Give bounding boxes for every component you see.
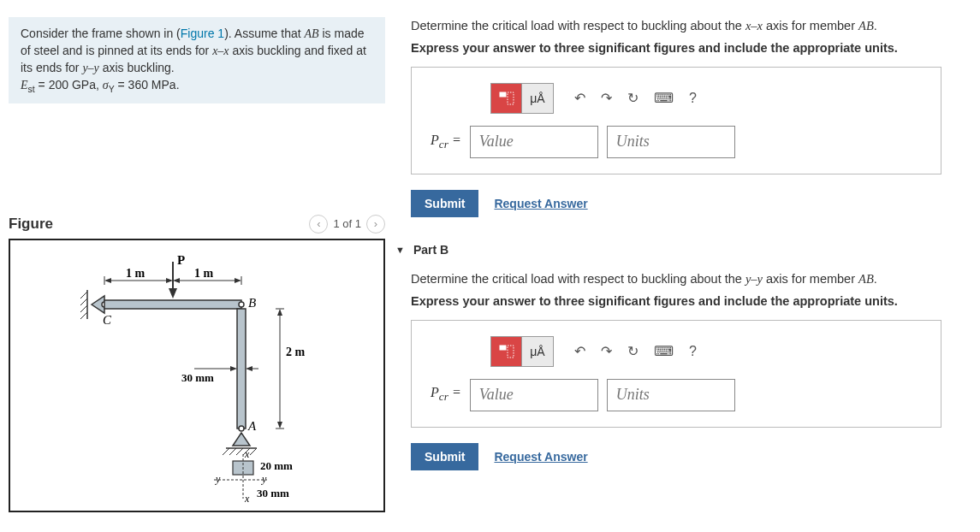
reset-icon[interactable]: ↻: [627, 90, 638, 106]
svg-text:30 mm: 30 mm: [257, 487, 289, 499]
units-tool-button[interactable]: μÅ: [522, 84, 553, 113]
text: ). Assume that: [224, 27, 304, 40]
part-a-answer-box: μÅ ↶ ↷ ↻ ⌨ ? Pcr =: [411, 67, 941, 174]
svg-rect-45: [500, 346, 506, 350]
svg-line-11: [223, 448, 229, 455]
help-icon[interactable]: ?: [689, 344, 697, 359]
problem-statement: Consider the frame shown in (Figure 1). …: [9, 17, 385, 103]
template-tool-button[interactable]: [491, 84, 522, 113]
part-b-question: Determine the critical load with respect…: [411, 270, 971, 289]
e-label: E: [21, 79, 28, 92]
svg-rect-44: [508, 92, 514, 104]
pager-text: 1 of 1: [333, 217, 361, 230]
part-b-block: Determine the critical load with respect…: [411, 270, 971, 470]
var-yy: y–y: [82, 62, 98, 74]
text: axis buckling.: [99, 61, 175, 74]
svg-line-3: [80, 305, 87, 312]
keyboard-icon[interactable]: ⌨: [654, 343, 674, 359]
template-tool-button[interactable]: [491, 337, 522, 366]
units-input[interactable]: [607, 379, 735, 411]
label-P: P: [177, 253, 185, 267]
part-b-answer-box: μÅ ↶ ↷ ↻ ⌨ ? Pcr =: [411, 320, 941, 428]
part-a-toolbar: μÅ ↶ ↷ ↻ ⌨ ?: [490, 83, 922, 114]
var-xx: x–x: [212, 44, 229, 57]
sigma-label: σ: [103, 79, 109, 92]
figure-title: Figure: [9, 216, 53, 233]
value-input[interactable]: [470, 379, 598, 411]
svg-rect-43: [500, 92, 506, 97]
text: Consider the frame shown in (: [21, 27, 181, 40]
svg-text:30 mm: 30 mm: [181, 371, 214, 384]
svg-text:x: x: [244, 448, 250, 460]
keyboard-icon[interactable]: ⌨: [654, 90, 674, 106]
submit-button[interactable]: Submit: [411, 190, 478, 217]
svg-text:C: C: [103, 313, 112, 327]
value-input[interactable]: [470, 126, 598, 158]
svg-line-2: [80, 299, 87, 305]
submit-button[interactable]: Submit: [411, 443, 478, 470]
part-b-title: Part B: [413, 243, 448, 257]
e-sub: st: [28, 83, 35, 93]
svg-text:2 m: 2 m: [286, 346, 306, 358]
var-AB: AB: [305, 27, 319, 40]
caret-down-icon: ▼: [395, 245, 405, 255]
svg-text:A: A: [247, 419, 257, 433]
undo-icon[interactable]: ↶: [574, 343, 585, 359]
svg-rect-8: [237, 309, 246, 429]
svg-line-4: [80, 312, 87, 319]
units-input[interactable]: [607, 126, 735, 158]
figure-pager: ‹ 1 of 1 ›: [309, 215, 385, 233]
figure-link[interactable]: Figure 1: [181, 27, 224, 40]
svg-line-15: [250, 448, 257, 455]
part-b-instruction: Express your answer to three significant…: [411, 294, 971, 308]
svg-point-9: [239, 426, 244, 431]
svg-line-13: [236, 448, 243, 455]
part-a-block: Determine the critical load with respect…: [411, 17, 971, 217]
reset-icon[interactable]: ↻: [627, 343, 638, 359]
svg-line-12: [229, 448, 236, 455]
undo-icon[interactable]: ↶: [574, 90, 585, 106]
svg-rect-6: [104, 300, 241, 309]
pcr-label: Pcr =: [431, 133, 461, 151]
part-b-toolbar: μÅ ↶ ↷ ↻ ⌨ ?: [490, 336, 922, 367]
svg-rect-46: [508, 346, 514, 358]
part-a-instruction: Express your answer to three significant…: [411, 41, 971, 55]
svg-text:y: y: [261, 473, 267, 485]
svg-text:1 m: 1 m: [194, 267, 214, 280]
request-answer-link[interactable]: Request Answer: [494, 450, 587, 464]
pager-next-button[interactable]: ›: [366, 215, 385, 233]
pager-prev-button[interactable]: ‹: [309, 215, 328, 233]
redo-icon[interactable]: ↷: [601, 90, 612, 106]
pcr-label: Pcr =: [431, 385, 461, 404]
svg-text:B: B: [248, 296, 256, 310]
units-tool-button[interactable]: μÅ: [522, 337, 553, 366]
svg-point-7: [239, 302, 244, 307]
part-a-question: Determine the critical load with respect…: [411, 17, 971, 36]
svg-text:20 mm: 20 mm: [260, 459, 293, 472]
help-icon[interactable]: ?: [689, 91, 697, 106]
svg-text:y: y: [215, 473, 221, 485]
part-b-header[interactable]: ▼ Part B: [395, 243, 971, 257]
svg-text:1 m: 1 m: [126, 267, 146, 280]
request-answer-link[interactable]: Request Answer: [494, 197, 587, 210]
figure-image: P 1 m 1 m 2 m 30 mm C B A x x y: [9, 239, 385, 512]
svg-line-1: [80, 292, 87, 299]
redo-icon[interactable]: ↷: [601, 343, 612, 359]
sigma-sub: Y: [109, 83, 115, 93]
svg-text:x: x: [244, 493, 250, 505]
